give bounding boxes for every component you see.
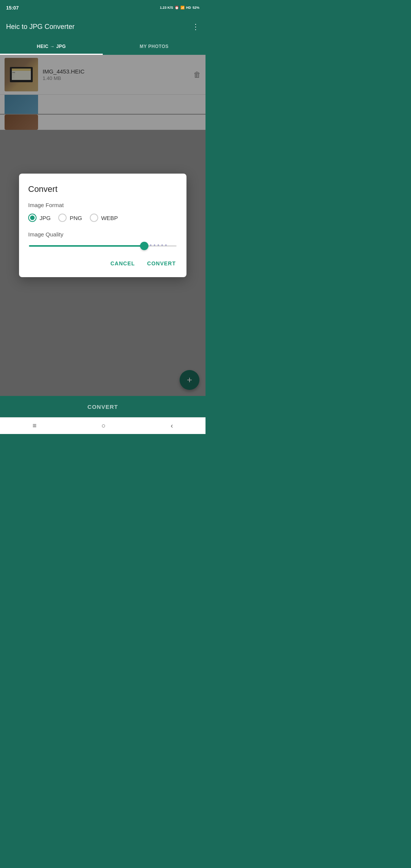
bottom-convert-label: CONVERT bbox=[88, 404, 118, 410]
radio-jpg[interactable]: JPG bbox=[28, 214, 51, 222]
nav-home-icon[interactable]: ○ bbox=[102, 422, 106, 430]
content-area: GPAC........................ IMG_4453.HE… bbox=[0, 55, 206, 396]
radio-png[interactable]: PNG bbox=[58, 214, 82, 222]
more-options-icon[interactable]: ⋮ bbox=[192, 22, 199, 31]
status-bar: 15:07 1.23 K/S ⏰ 📶 HD 52% bbox=[0, 0, 206, 15]
app-container: 15:07 1.23 K/S ⏰ 📶 HD 52% Heic to JPG Co… bbox=[0, 0, 206, 434]
radio-inner-jpg bbox=[30, 215, 35, 220]
radio-label-png: PNG bbox=[70, 215, 82, 221]
radio-webp[interactable]: WEBP bbox=[90, 214, 118, 222]
radio-circle-webp bbox=[90, 214, 98, 222]
cancel-button[interactable]: CANCEL bbox=[109, 257, 136, 270]
quality-slider-container bbox=[28, 245, 177, 247]
bottom-convert-bar[interactable]: CONVERT bbox=[0, 396, 206, 417]
status-icons: 1.23 K/S ⏰ 📶 HD 52% bbox=[160, 6, 199, 10]
radio-circle-jpg bbox=[28, 214, 37, 222]
quality-slider[interactable] bbox=[140, 242, 148, 250]
slider-dot bbox=[165, 244, 167, 246]
convert-button[interactable]: CONVERT bbox=[146, 257, 177, 270]
wifi-icon: 📶 bbox=[180, 6, 185, 10]
slider-fill bbox=[29, 245, 144, 247]
radio-label-webp: WEBP bbox=[101, 215, 118, 221]
slider-dot bbox=[150, 244, 151, 246]
format-options: JPG PNG WEBP bbox=[28, 214, 177, 222]
nav-bar: ≡ ○ ‹ bbox=[0, 417, 206, 434]
radio-circle-png bbox=[58, 214, 67, 222]
status-time: 15:07 bbox=[6, 5, 19, 11]
dialog-title: Convert bbox=[28, 184, 177, 194]
slider-dot bbox=[154, 244, 155, 246]
slider-dots bbox=[147, 244, 177, 246]
app-title: Heic to JPG Converter bbox=[6, 23, 75, 31]
tab-my-photos[interactable]: MY PHOTOS bbox=[103, 38, 206, 55]
tab-heic-jpg[interactable]: HEIC → JPG bbox=[0, 38, 103, 55]
tabs: HEIC → JPG MY PHOTOS bbox=[0, 38, 206, 55]
slider-dot bbox=[158, 244, 159, 246]
battery-text: 52% bbox=[193, 6, 199, 10]
dialog-actions: CANCEL CONVERT bbox=[28, 257, 177, 270]
image-format-label: Image Format bbox=[28, 202, 177, 208]
alarm-icon: ⏰ bbox=[175, 6, 179, 10]
convert-dialog: Convert Image Format JPG PNG bbox=[19, 174, 186, 277]
slider-dot bbox=[161, 244, 163, 246]
app-bar: Heic to JPG Converter ⋮ bbox=[0, 15, 206, 38]
signal-icon: HD bbox=[186, 6, 191, 10]
dialog-overlay: Convert Image Format JPG PNG bbox=[0, 55, 206, 396]
nav-menu-icon[interactable]: ≡ bbox=[32, 422, 37, 430]
radio-label-jpg: JPG bbox=[40, 215, 51, 221]
image-quality-label: Image Quality bbox=[28, 231, 177, 238]
network-speed: 1.23 K/S bbox=[160, 6, 173, 10]
slider-track bbox=[29, 245, 177, 247]
nav-back-icon[interactable]: ‹ bbox=[171, 422, 173, 430]
